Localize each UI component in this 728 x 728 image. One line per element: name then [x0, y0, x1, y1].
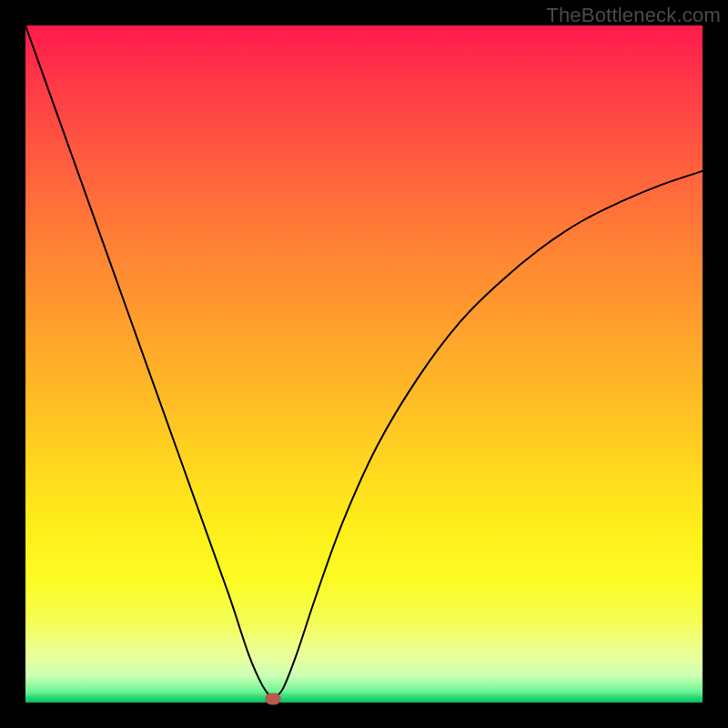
chart-frame: TheBottleneck.com	[0, 0, 728, 728]
curve-path	[25, 25, 703, 699]
optimal-point-marker	[265, 693, 280, 705]
bottleneck-curve	[25, 25, 703, 703]
plot-area	[25, 25, 703, 703]
watermark-text: TheBottleneck.com	[546, 4, 721, 27]
